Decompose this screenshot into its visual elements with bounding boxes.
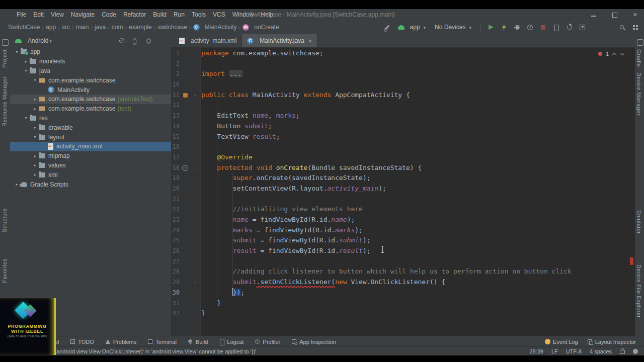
menu-refactor[interactable]: Refactor [120,11,149,18]
apply-changes-icon[interactable] [500,24,508,31]
tree-open-arrow-icon[interactable]: ▾ [31,135,39,139]
toolwindow-button-event-log[interactable]: Event Log [545,339,578,345]
status-item-4-spaces[interactable]: 4 spaces [590,348,612,354]
run-icon[interactable] [487,24,495,31]
status-item-28-39[interactable]: 28:39 [529,348,543,354]
locate-file-icon[interactable] [118,37,125,45]
tab-activity-main-xml[interactable]: activity_main.xml [174,34,242,47]
menu-code[interactable]: Code [98,11,120,18]
line-number[interactable]: 10 [171,79,180,90]
tree-closed-arrow-icon[interactable]: ▸ [31,163,39,167]
sync-icon[interactable] [566,24,573,31]
breadcrumb-item-app[interactable]: app [46,24,56,31]
line-number[interactable]: 28 [171,266,180,277]
chevron-down-icon[interactable] [48,37,52,44]
code-line[interactable]: 25 submit = findViewById(R.id.submit); [171,235,635,246]
toolwindow-button-app-inspection[interactable]: App Inspection [291,339,336,345]
line-number[interactable]: 1 [171,48,180,59]
stripe-resource-manager[interactable]: Resource Manager [2,76,8,127]
fold-indicator-icon[interactable]: - [191,90,199,101]
stripe-favorites[interactable]: Favorites [2,258,8,283]
stripe-project[interactable]: Project [2,49,8,68]
tree-closed-arrow-icon[interactable]: ▸ [31,172,39,177]
code-line[interactable]: 17 @Override [171,152,635,163]
code-line[interactable]: 30 }); [171,288,635,298]
stripe-device-manager[interactable]: Device Manager [636,72,642,116]
code-line[interactable]: 28 //adding click listener to button whi… [171,266,635,277]
breadcrumb-item-src[interactable]: src [62,24,70,31]
line-number[interactable]: 26 [171,246,180,256]
search-icon[interactable] [618,24,626,31]
line-number[interactable]: 23 [171,215,180,225]
menu-vcs[interactable]: VCS [209,11,229,18]
tree-item-app[interactable]: ▾app [10,47,171,57]
code-line[interactable]: 31 } [171,298,635,309]
line-number[interactable]: 15 [171,132,180,142]
code-line[interactable]: 27 [171,256,635,267]
tree-item-com-example-switchcase-test[interactable]: ▸com.example.switchcase(test) [10,104,171,114]
breadcrumb-item-switchcase[interactable]: SwitchCase [8,24,40,31]
stripe-gradle[interactable]: Gradle [636,49,642,67]
menu-navigate[interactable]: Navigate [67,11,98,18]
menu-file[interactable]: File [13,11,30,18]
tree-item-activity-main-xml[interactable]: activity_main.xml [10,142,171,151]
hide-panel-icon[interactable] [158,37,166,45]
line-number[interactable]: 2 [171,59,180,69]
line-number[interactable]: 24 [171,225,180,236]
chevron-up-icon[interactable] [612,52,617,56]
code-line[interactable]: 12 [171,100,635,111]
maximize-button[interactable] [612,12,618,18]
code-line[interactable]: 10 [171,79,635,90]
line-number[interactable]: 30 [171,288,180,298]
line-number[interactable]: 16 [171,142,180,152]
tree-closed-arrow-icon[interactable]: ▸ [31,107,39,111]
sdk-manager-icon[interactable] [579,24,586,31]
line-number[interactable]: 32 [171,308,180,319]
fold-indicator-icon[interactable]: - [191,277,199,288]
menu-view[interactable]: View [47,11,67,18]
line-number[interactable]: 14 [171,121,180,132]
stripe-device-file-explorer[interactable]: Device File Explorer [636,264,642,318]
breadcrumb-item-example[interactable]: example [129,24,151,31]
line-number[interactable]: 27 [171,256,180,267]
code-line[interactable]: 3import ... [171,69,635,79]
stripe-structure[interactable]: Structure [2,208,8,232]
device-selector[interactable]: No Devices [433,23,473,32]
line-number[interactable]: 3 [171,69,180,79]
collapse-all-icon[interactable] [131,37,139,45]
tree-item-res[interactable]: ▾res [10,114,171,123]
tree-item-com-example-switchcase[interactable]: ▾com.example.switchcase [10,75,171,85]
status-item-utf-8[interactable]: UTF-8 [566,348,582,354]
line-number[interactable]: 25 [171,235,180,246]
tree-closed-arrow-icon[interactable]: ▸ [31,97,39,102]
code-line[interactable]: 1package com.example.switchcase; [171,48,635,59]
tree-open-arrow-icon[interactable]: ▾ [22,116,30,120]
tab-close-icon[interactable]: × [308,37,312,45]
line-number[interactable]: 21 [171,194,180,205]
code-line[interactable]: 15 TextView result; [171,132,635,142]
code-line[interactable]: 26 result = findViewById(R.id.result); [171,246,635,256]
code-line[interactable]: 29- submit.setOnClickListener(new View.O… [171,277,635,288]
debug-icon[interactable] [513,24,521,31]
line-number[interactable]: 19 [171,173,180,184]
code-line[interactable]: 2 [171,59,635,69]
tree-open-arrow-icon[interactable]: ▾ [13,50,21,54]
code-line[interactable]: 24 marks = findViewById(R.id.marks); [171,225,635,236]
grid-icon[interactable] [631,24,639,31]
toolwindow-button-profiler[interactable]: Profiler [255,339,280,345]
inspections-level-icon[interactable] [633,349,638,354]
breadcrumb-item-switchcase[interactable]: switchcase [157,24,187,31]
line-number[interactable]: 22 [171,204,180,215]
tree-open-arrow-icon[interactable]: ▾ [22,68,30,73]
code-line[interactable]: 11-public class MainActivity extends App… [171,90,635,101]
tree-open-arrow-icon[interactable]: ▾ [31,78,39,82]
lock-icon[interactable] [620,350,625,354]
profiler-icon[interactable] [526,24,534,31]
code-line[interactable]: 22 //initializing view elements here [171,204,635,215]
line-number[interactable]: 18 [171,163,180,173]
code-line[interactable]: 19 super.onCreate(savedInstanceState); [171,173,635,184]
run-config-selector[interactable]: app [396,23,428,32]
gear-icon[interactable] [145,37,152,45]
line-number[interactable]: 13 [171,111,180,121]
toolwindow-button-layout-inspector[interactable]: Layout Inspector [587,339,636,345]
